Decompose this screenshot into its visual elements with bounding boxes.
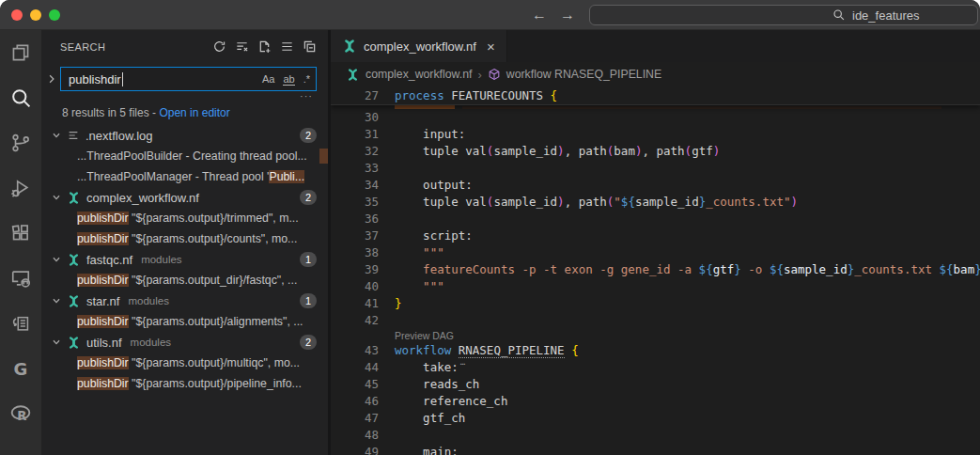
match-highlight-edge [319,149,328,164]
code-line[interactable]: 38 """ [331,244,980,261]
match-text: publishDir "${params.output}/trimmed", m… [77,212,299,225]
line-number: 39 [331,261,395,278]
search-result-match-row[interactable]: publishDir "${params.output}/alignments"… [41,311,328,332]
search-results-list: .nextflow.log2...ThreadPoolBuilder - Cre… [41,125,328,394]
code-line[interactable]: 45 reads_ch [331,376,980,393]
nextflow-icon [67,253,81,267]
new-search-editor-icon[interactable] [257,39,272,54]
breadcrumb-symbol[interactable]: workflow RNASEQ_PIPELINE [506,68,661,81]
code-line[interactable]: 37 script: [331,228,980,244]
refresh-icon[interactable] [212,39,226,54]
match-case-toggle[interactable]: Aa [262,73,274,85]
toggle-replace-chevron-icon[interactable] [45,73,58,85]
code-line[interactable]: 40 """ [331,278,980,295]
collapse-all-icon[interactable] [303,39,317,54]
code-line[interactable]: 49 main: [331,444,980,455]
remote-explorer-icon[interactable] [0,256,41,301]
whole-word-toggle[interactable]: ab [283,73,294,86]
history-back-button[interactable]: ← [532,8,547,23]
match-highlight: publishDir [77,356,129,369]
file-name: complex_workflow.nf [86,191,199,205]
history-forward-button[interactable]: → [560,8,575,23]
code-line[interactable]: 35 tuple val(sample_id), path("${sample_… [331,194,980,211]
search-result-match-row[interactable]: ...ThreadPoolManager - Thread pool 'Publ… [41,166,328,187]
code-line[interactable]: 46 reference_ch [331,393,980,410]
match-highlight: Publi... [269,170,304,183]
minimize-window-button[interactable] [30,9,41,21]
search-result-match-row[interactable]: publishDir "${params.output}/trimmed", m… [41,208,328,228]
nextflow-icon [342,39,357,54]
gitlens-icon[interactable]: G [0,346,41,391]
open-in-editor-link[interactable]: Open in editor [159,106,229,119]
search-result-match-row[interactable]: publishDir "${params.output}/multiqc", m… [41,353,328,373]
results-summary: 8 results in 5 files - Open in editor [41,103,328,121]
search-result-file-row[interactable]: utils.nfmodules2 [41,332,328,353]
source-control-icon[interactable] [0,120,41,165]
code-line[interactable]: 42 [331,312,980,329]
code-line[interactable]: 39 featureCounts -p -t exon -g gene_id -… [331,261,980,278]
chevron-down-icon [50,191,63,204]
match-text: publishDir "${params.output}/counts", mo… [77,232,297,245]
close-icon[interactable]: × [487,39,495,55]
explorer-icon[interactable] [0,30,41,75]
view-as-tree-icon[interactable] [280,39,294,54]
code-line[interactable]: 30 [331,109,980,126]
code-area[interactable]: 27 process FEATURECOUNTS { 3031 input:32… [331,86,980,455]
code-line[interactable]: 33 [331,160,980,177]
close-window-button[interactable] [11,9,23,21]
line-number: 38 [331,244,395,261]
sticky-scroll-line[interactable]: 27 process FEATURECOUNTS { [331,86,980,105]
code-line[interactable]: 47 gtf_ch [331,410,980,427]
match-count-badge: 2 [300,128,317,143]
search-result-match-row[interactable]: publishDir "${params.output}/pipeline_in… [41,373,328,394]
match-highlight: publishDir [77,212,129,225]
codelens-preview-dag[interactable]: Preview DAG [331,329,980,342]
match-highlight: publishDir [77,232,129,245]
command-center[interactable]: ide_features [589,5,978,25]
extensions-icon[interactable] [0,211,41,256]
match-count-badge: 1 [300,293,317,308]
regex-toggle[interactable]: .* [303,73,310,85]
code-line[interactable]: 36 [331,211,980,228]
partial-bottom-icon[interactable] [0,436,41,455]
references-icon[interactable] [0,301,41,346]
tab-complex-workflow[interactable]: complex_workflow.nf × [331,30,507,62]
clear-results-icon[interactable] [235,39,249,54]
file-name: star.nf [86,294,119,308]
vscode-window: ← → ide_features [0,0,980,455]
line-number: 40 [331,278,395,295]
search-result-file-row[interactable]: .nextflow.log2 [41,125,328,146]
code-line[interactable]: 31 input: [331,126,980,143]
search-result-file-row[interactable]: fastqc.nfmodules1 [41,249,328,270]
sidebar-title: SEARCH [60,41,105,53]
search-result-file-row[interactable]: complex_workflow.nf2 [41,187,328,208]
code-line[interactable]: 32 tuple val(sample_id), path(bam), path… [331,143,980,160]
file-folder-description: modules [128,295,168,306]
search-result-match-row[interactable]: publishDir "${params.output_dir}/fastqc"… [41,270,328,290]
code-line[interactable]: 34 output: [331,177,980,194]
line-number: 30 [331,109,395,126]
code-line[interactable]: 48 [331,427,980,444]
match-highlight: publishDir [77,377,129,390]
nextflow-icon [346,68,360,82]
search-result-match-row[interactable]: ...ThreadPoolBuilder - Creating thread p… [41,146,328,166]
match-count-badge: 1 [300,252,317,267]
match-text: publishDir "${params.output_dir}/fastqc"… [77,274,297,287]
run-and-debug-icon[interactable] [0,165,41,211]
search-icon[interactable] [0,75,41,120]
search-result-match-row[interactable]: publishDir "${params.output}/counts", mo… [41,228,328,249]
code-line[interactable]: 43workflow RNASEQ_PIPELINE… { [331,342,980,359]
match-text: publishDir "${params.output}/multiqc", m… [77,356,300,369]
breadcrumb-file[interactable]: complex_workflow.nf [366,68,472,81]
search-result-file-row[interactable]: star.nfmodules1 [41,290,328,311]
toggle-search-details[interactable]: ··· [300,90,313,102]
code-line[interactable]: 44 take: [331,359,980,376]
search-input[interactable]: publishdir Aa ab .* [60,67,317,91]
r-language-icon[interactable]: R [0,391,41,436]
file-name: .nextflow.log [86,129,153,143]
file-folder-description: modules [131,337,171,348]
line-number: 43 [331,342,395,359]
command-center-label: ide_features [852,8,920,23]
code-line[interactable]: 41} [331,295,980,312]
zoom-window-button[interactable] [49,9,60,21]
